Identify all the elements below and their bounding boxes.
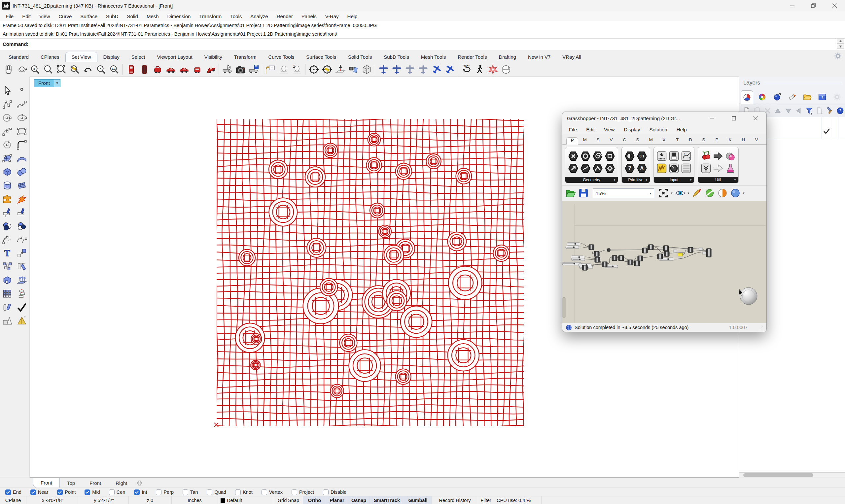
- relay-light-icon[interactable]: [712, 163, 724, 174]
- gh-category-tab-1[interactable]: M: [578, 137, 592, 144]
- plan-view-icon[interactable]: [377, 63, 390, 76]
- gh-category-tab-0[interactable]: P: [566, 137, 578, 145]
- statusbar-cell-5[interactable]: Default: [218, 497, 274, 504]
- chevron-down-icon[interactable]: ▾: [688, 192, 689, 195]
- node-graph[interactable]: [562, 201, 767, 323]
- fly-view-icon[interactable]: [429, 63, 443, 76]
- osnap-project[interactable]: Project: [292, 489, 314, 495]
- osnap-near[interactable]: Near: [30, 489, 48, 495]
- osnap-cen[interactable]: Cen: [109, 489, 125, 495]
- menu-item-mesh[interactable]: Mesh: [142, 14, 163, 19]
- menu-item-tools[interactable]: Tools: [226, 14, 246, 19]
- statusbar-toggle-gumball[interactable]: Gumball: [404, 497, 432, 504]
- circle-icon[interactable]: [1, 111, 14, 124]
- save-view-icon[interactable]: [247, 63, 260, 76]
- display-tab-icon[interactable]: [756, 90, 768, 104]
- gh-category-tab-12[interactable]: K: [723, 137, 737, 144]
- menu-item-view[interactable]: View: [35, 14, 54, 19]
- walkabout-icon[interactable]: [473, 63, 486, 76]
- param-number-icon[interactable]: 0.1: [636, 150, 648, 162]
- bottom-view-icon[interactable]: [164, 63, 177, 76]
- toolbar-tab-vray-all[interactable]: VRay All: [557, 52, 587, 62]
- viewport-tab-front-0[interactable]: Front: [33, 478, 60, 488]
- param-geometry-icon[interactable]: [568, 150, 579, 162]
- perspective-angle-icon[interactable]: [360, 63, 373, 76]
- filter-icon[interactable]: [804, 106, 814, 115]
- zoom-dynamic-icon[interactable]: ±: [29, 63, 41, 76]
- gh-menu-help[interactable]: Help: [672, 127, 691, 132]
- toolbar-tab-drafting[interactable]: Drafting: [493, 52, 522, 62]
- rotate-view-icon[interactable]: [15, 63, 29, 76]
- osnap-end[interactable]: End: [5, 489, 21, 495]
- checkbox-unchecked-icon[interactable]: [207, 489, 212, 495]
- statusbar-toggle-record-history[interactable]: Record History: [432, 497, 478, 504]
- gh-category-tab-10[interactable]: S: [697, 137, 710, 144]
- save-definition-icon[interactable]: [578, 187, 589, 199]
- statusbar-toggle-planar[interactable]: Planar: [326, 497, 348, 504]
- text-icon[interactable]: T: [1, 247, 14, 259]
- chevron-down-icon[interactable]: ▾: [650, 192, 651, 195]
- fly-view-alt-icon[interactable]: [443, 63, 456, 76]
- polygon-icon[interactable]: [1, 139, 14, 151]
- help-icon[interactable]: ?: [836, 106, 845, 115]
- compass-icon[interactable]: [499, 63, 512, 76]
- current-layer-check-icon[interactable]: [823, 127, 830, 135]
- gh-category-tab-4[interactable]: C: [618, 137, 631, 144]
- resize-grip-icon[interactable]: ⋰: [759, 326, 763, 329]
- shaded-view-icon[interactable]: [277, 63, 290, 76]
- zoom-out-icon[interactable]: •: [94, 63, 108, 76]
- gh-menu-display[interactable]: Display: [619, 127, 645, 132]
- toolbar-gear-icon[interactable]: [833, 52, 842, 60]
- arc-icon[interactable]: [1, 125, 14, 137]
- menu-item-analyze[interactable]: Analyze: [246, 14, 272, 19]
- preview-off-icon[interactable]: [704, 187, 715, 199]
- settings-gear-icon[interactable]: [831, 90, 843, 104]
- zoom-extents-icon[interactable]: [658, 187, 669, 199]
- named-position-icon[interactable]: [234, 63, 247, 76]
- plan-view-alt-icon[interactable]: [390, 63, 403, 76]
- chevron-down-icon[interactable]: ▾: [671, 192, 673, 195]
- scroll-up-icon[interactable]: [837, 39, 844, 43]
- fillet-curves-icon[interactable]: [1, 233, 14, 246]
- viewport-title-dropdown-icon[interactable]: ▼: [54, 79, 60, 87]
- param-circle-icon[interactable]: [580, 150, 591, 162]
- split-icon[interactable]: [16, 206, 28, 218]
- param-text-icon[interactable]: A: [636, 163, 648, 174]
- preview-eye-icon[interactable]: [675, 187, 686, 199]
- pyramid-icon[interactable]: [16, 314, 28, 327]
- bend-icon[interactable]: [1, 301, 14, 313]
- explode-icon[interactable]: [16, 193, 28, 205]
- back-view-icon[interactable]: [138, 63, 151, 76]
- undo-view-icon[interactable]: [81, 63, 94, 76]
- perspective-view-icon[interactable]: [204, 63, 217, 76]
- osnap-point[interactable]: Point: [57, 489, 76, 495]
- mesh-preview-icon[interactable]: [730, 187, 741, 199]
- osnap-knot[interactable]: Knot: [235, 489, 252, 495]
- statusbar-cell-2[interactable]: y 5'4-1/2": [79, 497, 129, 504]
- toolbar-tab-new-in-v7[interactable]: New in V7: [522, 52, 557, 62]
- checkbox-unchecked-icon[interactable]: [109, 489, 115, 495]
- viewport-layout-icon[interactable]: [264, 63, 277, 76]
- isometric-view-alt-icon[interactable]: [417, 63, 429, 76]
- osnap-int[interactable]: Int: [134, 489, 147, 495]
- data-dam-icon[interactable]: [725, 150, 736, 162]
- osnap-mid[interactable]: Mid: [85, 489, 100, 495]
- gh-menu-file[interactable]: File: [564, 127, 581, 132]
- grasshopper-title-bar[interactable]: Grasshopper - INT-731_481_2Dpatterning (…: [562, 112, 767, 124]
- report-icon[interactable]: [815, 106, 825, 115]
- trim-icon[interactable]: [1, 206, 14, 218]
- toolbar-tab-solid-tools[interactable]: Solid Tools: [342, 52, 378, 62]
- osnap-tan[interactable]: Tan: [182, 489, 198, 495]
- gh-category-tab-9[interactable]: D: [684, 137, 697, 144]
- osnap-quad[interactable]: Quad: [207, 489, 226, 495]
- curve-icon[interactable]: [16, 98, 28, 110]
- grasshopper-canvas[interactable]: [562, 201, 767, 323]
- knob-icon[interactable]: [668, 163, 680, 174]
- restore-button[interactable]: [803, 0, 824, 11]
- checkbox-unchecked-icon[interactable]: [182, 489, 188, 495]
- grasshopper-window[interactable]: Grasshopper - INT-731_481_2Dpatterning (…: [562, 111, 767, 332]
- param-spiral-icon[interactable]: [592, 150, 603, 162]
- menu-item-curve[interactable]: Curve: [54, 14, 76, 19]
- gh-category-tab-14[interactable]: V: [750, 137, 763, 144]
- scroll-down-icon[interactable]: [837, 44, 844, 49]
